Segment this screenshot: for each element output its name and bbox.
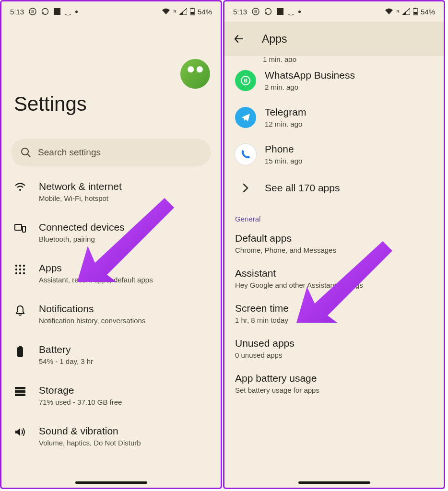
wifi-icon [162,8,170,15]
svg-point-18 [19,272,21,274]
svg-rect-21 [19,346,22,347]
status-bar: 5:13 B ‿ R 54% [1,1,221,22]
recent-app-whatsapp[interactable]: B WhatsApp Business 2 min. ago [224,62,444,99]
chevron-right-icon [235,183,256,193]
svg-point-11 [15,265,17,267]
wifi-settings-icon [14,183,26,192]
general-screen-time[interactable]: Screen time 1 hr, 8 min today [224,296,444,331]
settings-item-sub: Mobile, Wi-Fi, hotspot [39,194,208,202]
battery-pct: 54% [198,8,212,16]
search-input[interactable]: Search settings [11,139,211,166]
see-all-apps[interactable]: See all 170 apps [224,173,444,206]
settings-item-connected[interactable]: Connected devices Bluetooth, pairing [1,212,221,253]
general-assistant[interactable]: Assistant Hey Google and other Assistant… [224,261,444,296]
settings-item-sub: 71% used - 37.10 GB free [39,398,208,406]
app-sub: 2 min. ago [265,83,355,91]
svg-point-6 [22,148,28,155]
settings-item-notifications[interactable]: Notifications Notification history, conv… [1,293,221,334]
phone-right: 5:13 B ‿ R 54% [223,0,445,489]
battery-pct: 54% [421,8,435,16]
phone-left: 5:13 B ‿ R 54% Settings [0,0,222,489]
svg-rect-24 [15,394,25,396]
search-icon [21,147,31,158]
clipped-recent-sub: 1 min. ago [224,55,444,62]
gen-sub: Hey Google and other Assistant settings [235,281,433,289]
devices-icon [14,223,26,233]
whatsapp-status-icon [264,8,272,15]
wifi-icon [385,8,393,15]
settings-item-sub: 54% - 1 day, 3 hr [39,357,208,365]
gen-title: Assistant [235,268,433,279]
svg-rect-20 [17,347,23,357]
apps-grid-icon [14,264,26,275]
avatar[interactable] [180,59,210,89]
signal-label: R [396,9,400,14]
gen-sub: 1 hr, 8 min today [235,316,433,324]
svg-point-15 [19,269,21,270]
signal-icon [179,8,187,15]
svg-rect-5 [190,12,194,15]
status-time: 5:13 [233,8,247,16]
dot-icon [75,11,78,13]
settings-item-title: Battery [39,344,208,355]
settings-item-battery[interactable]: Battery 54% - 1 day, 3 hr [1,334,221,375]
status-bar: 5:13 B ‿ R 54% [224,1,444,22]
settings-item-network[interactable]: Network & internet Mobile, Wi-Fi, hotspo… [1,171,221,212]
settings-item-title: Sound & vibration [39,425,208,437]
gen-sub: Set battery usage for apps [235,386,433,394]
svg-rect-31 [413,12,417,15]
b-circle-icon: B [252,8,259,15]
general-battery-usage[interactable]: App battery usage Set battery usage for … [224,366,444,401]
settings-item-sound[interactable]: Sound & vibration Volume, haptics, Do No… [1,416,221,456]
svg-rect-10 [23,226,25,232]
nav-handle[interactable] [298,481,370,484]
gen-sub: 0 unused apps [235,351,433,359]
recent-app-phone[interactable]: Phone 15 min. ago [224,136,444,173]
search-placeholder: Search settings [38,147,101,158]
recent-app-telegram[interactable]: Telegram 12 min. ago [224,99,444,136]
svg-point-13 [23,265,25,267]
svg-rect-30 [414,8,416,9]
phone-app-icon [235,144,256,165]
general-section-label: General [224,206,444,226]
b-circle-icon: B [29,8,36,15]
settings-item-title: Network & internet [39,181,208,192]
dot-icon [298,11,301,13]
svg-line-7 [28,154,31,157]
nav-handle[interactable] [75,481,147,484]
storage-icon [14,386,26,396]
settings-item-apps[interactable]: Apps Assistant, recent apps, default app… [1,253,221,293]
settings-item-sub: Volume, haptics, Do Not Disturb [39,439,208,447]
settings-item-title: Apps [39,262,208,274]
whatsapp-business-icon: B [235,70,256,91]
gen-sub: Chrome, Phone, and Messages [235,246,433,254]
signal-label: R [173,9,177,14]
gen-title: Unused apps [235,338,433,349]
apps-header-title: Apps [262,33,287,46]
svg-point-16 [23,269,25,270]
tilde-icon: ‿ [288,8,294,15]
square-icon [277,8,283,15]
battery-settings-icon [14,346,26,357]
app-sub: 12 min. ago [265,120,306,128]
svg-text:B: B [254,9,257,14]
back-button[interactable] [233,33,246,45]
battery-icon [190,8,195,15]
status-time: 5:13 [10,8,24,16]
gen-title: Default apps [235,233,433,244]
app-name: WhatsApp Business [265,70,355,81]
svg-point-17 [15,272,17,274]
settings-item-sub: Assistant, recent apps, default apps [39,276,208,284]
general-default-apps[interactable]: Default apps Chrome, Phone, and Messages [224,226,444,261]
general-unused-apps[interactable]: Unused apps 0 unused apps [224,331,444,366]
svg-point-14 [15,269,17,270]
battery-icon [413,8,418,15]
bell-icon [14,305,26,316]
app-name: Telegram [265,106,306,118]
settings-item-title: Connected devices [39,222,208,233]
gen-title: App battery usage [235,373,433,384]
settings-item-sub: Bluetooth, pairing [39,235,208,243]
svg-rect-23 [15,390,25,393]
svg-text:B: B [244,78,248,83]
settings-item-storage[interactable]: Storage 71% used - 37.10 GB free [1,375,221,416]
